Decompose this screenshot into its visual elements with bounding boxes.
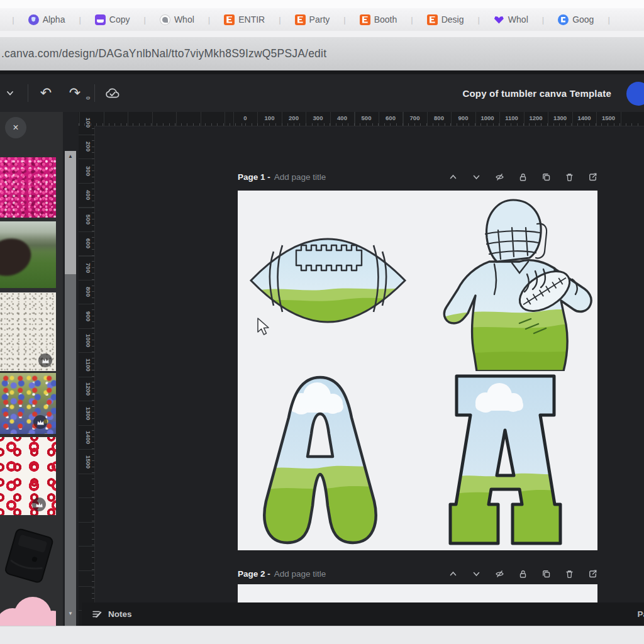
browser-top-strip	[0, 0, 644, 8]
thumbnail-white-speckled-texture[interactable]	[0, 292, 56, 371]
pro-crown-badge	[33, 415, 47, 429]
bookmark-item[interactable]: Whol |	[160, 14, 210, 25]
scroll-up-icon[interactable]: ▲	[65, 151, 76, 161]
bookmark-favicon-icon	[427, 14, 438, 25]
duplicate-page-icon[interactable]	[541, 569, 551, 579]
football-player-graphic[interactable]	[431, 194, 596, 371]
bookmark-favicon-icon	[224, 14, 235, 25]
bookmark-item[interactable]: Party |	[295, 14, 346, 25]
football-outline-graphic[interactable]	[247, 230, 409, 331]
page-title-placeholder[interactable]: Add page title	[274, 172, 326, 182]
scrollbar-thumb[interactable]	[65, 161, 76, 274]
bookmark-favicon-icon	[558, 14, 569, 25]
account-avatar[interactable]	[626, 82, 644, 106]
bookmark-favicon-icon	[295, 14, 306, 25]
ruler-tick-label: 1000	[478, 114, 497, 121]
page-title-placeholder[interactable]: Add page title	[274, 569, 326, 579]
delete-page-icon[interactable]	[565, 569, 574, 579]
pro-crown-badge	[38, 353, 52, 367]
move-page-up-icon[interactable]	[448, 172, 458, 182]
hide-page-icon[interactable]	[495, 172, 504, 182]
varsity-letter-a-graphic[interactable]	[448, 372, 563, 547]
bookmark-item[interactable]: Desig |	[427, 14, 480, 25]
page-name: Page 1 -	[238, 172, 270, 182]
ruler-tick-label: 700	[406, 114, 425, 121]
browser-url-bar[interactable]: .canva.com/design/DAGaYnlbNal/tto7viyMkh…	[0, 37, 644, 70]
bookmark-item[interactable]: Goog |	[558, 14, 610, 25]
file-menu-chevron-icon[interactable]	[1, 74, 19, 112]
add-page-icon[interactable]	[588, 569, 597, 579]
ruler-tick-label: 300	[80, 165, 92, 177]
scroll-down-icon[interactable]: ▼	[65, 608, 76, 618]
hide-page-icon[interactable]	[495, 569, 504, 579]
url-text: .canva.com/design/DAGaYnlbNal/tto7viyMkh…	[1, 47, 326, 60]
bookmark-favicon-icon	[28, 14, 39, 25]
thumbnail-pink-flower-shape[interactable]	[0, 594, 56, 630]
ruler-tick-label: 400	[333, 114, 352, 121]
lock-page-icon[interactable]	[518, 569, 528, 579]
football-photo-blur	[0, 233, 36, 281]
ruler-tick-label: 200	[284, 114, 303, 121]
ruler-tick-label: 500	[80, 213, 92, 226]
bookmark-label: ENTIR	[238, 14, 265, 25]
ruler-tick-label: 500	[357, 114, 376, 121]
bookmark-item[interactable]: Whol |	[494, 14, 544, 25]
thumbnail-football-field-photo[interactable]	[0, 221, 56, 288]
ruler-tick-label: 800	[80, 286, 92, 298]
page2-header: Page 2 - Add page title	[238, 564, 597, 583]
bookmark-item[interactable]: Copy |	[95, 14, 146, 25]
page-name: Page 2 -	[238, 569, 270, 579]
bookmark-favicon-icon	[95, 14, 106, 25]
pro-crown-badge	[32, 497, 46, 511]
close-panel-button[interactable]: ×	[5, 117, 26, 138]
ruler-tick-label: 900	[454, 114, 473, 121]
sidebar-scrollbar[interactable]: ▲ ▼	[65, 151, 76, 626]
ruler-minor-ticks	[92, 126, 94, 626]
ruler-tick-label: 1500	[80, 455, 92, 468]
notes-bar[interactable]: Notes Pa	[82, 602, 644, 626]
bookmark-separator: |	[542, 15, 544, 25]
toolbar-divider	[28, 84, 28, 102]
notes-toggle[interactable]: Notes	[92, 609, 132, 619]
bookmarks-bottom-strip	[0, 31, 644, 37]
bookmark-label: Party	[309, 14, 330, 25]
page-indicator: Pa	[637, 609, 644, 619]
bookmarks-bar: emp | Alpha | Copy | Whol | ENTIR | Part	[0, 8, 644, 31]
ruler-tick-label: 0	[236, 114, 255, 121]
bookmarks-row: emp | Alpha | Copy | Whol | ENTIR | Part	[0, 14, 624, 25]
mouse-cursor	[257, 318, 270, 336]
cloud-saved-icon[interactable]	[101, 74, 125, 112]
add-page-icon[interactable]	[588, 172, 597, 182]
undo-icon[interactable]: ↶	[35, 74, 57, 112]
screen: emp | Alpha | Copy | Whol | ENTIR | Part	[0, 0, 644, 644]
page1-header: Page 1 - Add page title	[238, 167, 597, 186]
thumbnail-pink-glitter-texture[interactable]	[0, 157, 56, 218]
ruler-tick-label: 1400	[80, 431, 92, 443]
duplicate-page-icon[interactable]	[541, 172, 551, 182]
ruler-tick-label: 400	[80, 189, 92, 201]
thumbnail-wildflower-field-photo[interactable]	[0, 373, 56, 434]
thumbnail-red-leopard-print[interactable]	[0, 437, 56, 515]
bookmark-label: Booth	[374, 14, 397, 25]
bookmark-item[interactable]: ENTIR |	[224, 14, 280, 25]
bookmark-item[interactable]: emp |	[0, 14, 14, 25]
thumbnail-dark-sketch-object[interactable]	[0, 521, 56, 591]
move-page-down-icon[interactable]	[472, 569, 481, 579]
ruler-tick-label: 1200	[80, 382, 92, 395]
move-page-up-icon[interactable]	[448, 569, 458, 579]
bubble-letter-a-graphic[interactable]	[257, 372, 383, 547]
horizontal-ruler: 0100200300400500600700800900100011001200…	[79, 112, 644, 126]
bookmark-separator: |	[608, 15, 609, 25]
bottom-strip	[0, 626, 644, 644]
bookmark-label: Alpha	[43, 14, 65, 25]
bookmark-separator: |	[343, 15, 345, 25]
bookmark-item[interactable]: Booth |	[360, 14, 413, 25]
bookmark-item[interactable]: Alpha |	[28, 14, 81, 25]
ruler-tick-label: 1200	[526, 114, 545, 121]
bookmark-separator: |	[208, 15, 210, 25]
design-title[interactable]: Copy of tumbler canva Template	[462, 74, 611, 112]
delete-page-icon[interactable]	[565, 172, 574, 182]
lock-page-icon[interactable]	[518, 172, 528, 182]
media-sidebar	[0, 112, 63, 626]
move-page-down-icon[interactable]	[472, 172, 481, 182]
